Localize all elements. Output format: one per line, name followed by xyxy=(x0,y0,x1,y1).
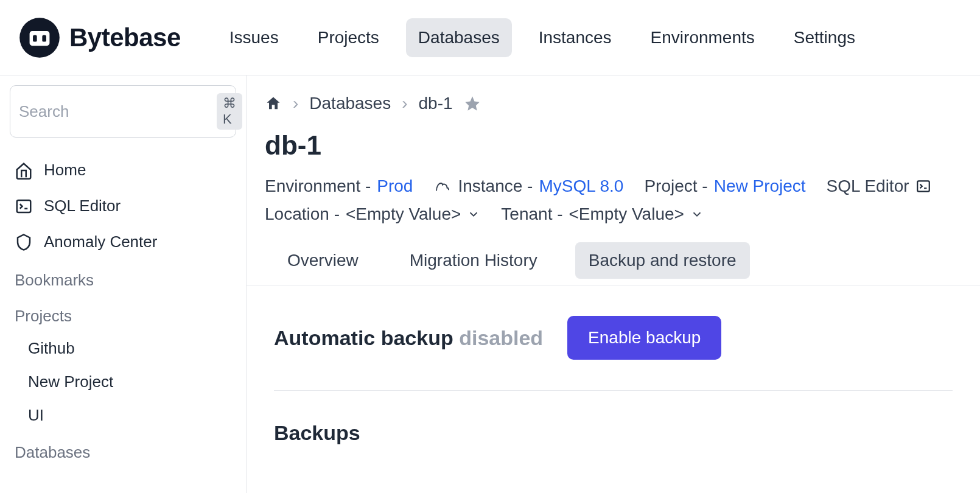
top-navigation: Issues Projects Databases Instances Envi… xyxy=(217,18,867,57)
backups-section-title: Backups xyxy=(274,421,953,445)
chevron-down-icon xyxy=(690,208,704,221)
star-icon[interactable] xyxy=(464,95,481,112)
meta-location[interactable]: Location - <Empty Value> xyxy=(265,205,480,224)
instance-link[interactable]: MySQL 8.0 xyxy=(539,177,623,196)
tab-backup-restore[interactable]: Backup and restore xyxy=(575,242,750,279)
auto-backup-heading: Automatic backup disabled xyxy=(274,326,543,350)
shield-icon xyxy=(15,233,33,251)
mysql-icon xyxy=(433,177,452,195)
tab-overview[interactable]: Overview xyxy=(274,242,372,279)
nav-projects[interactable]: Projects xyxy=(306,18,391,57)
nav-databases[interactable]: Databases xyxy=(406,18,512,57)
tabs: Overview Migration History Backup and re… xyxy=(247,242,980,285)
meta-environment: Environment - Prod xyxy=(265,177,413,196)
search-input[interactable] xyxy=(19,102,217,121)
nav-settings[interactable]: Settings xyxy=(782,18,867,57)
breadcrumb-home-icon[interactable] xyxy=(265,95,282,112)
chevron-right-icon: › xyxy=(402,94,407,113)
auto-backup-row: Automatic backup disabled Enable backup xyxy=(274,316,953,391)
nav-instances[interactable]: Instances xyxy=(527,18,624,57)
sidebar-item-label: Home xyxy=(44,161,86,180)
enable-backup-button[interactable]: Enable backup xyxy=(567,316,721,360)
svg-rect-2 xyxy=(33,35,37,41)
terminal-icon xyxy=(15,197,33,215)
home-icon xyxy=(15,161,33,180)
search-kbd: ⌘ K xyxy=(217,93,242,130)
sidebar-item-sql-editor[interactable]: SQL Editor xyxy=(10,188,236,224)
svg-rect-1 xyxy=(30,31,50,46)
nav-issues[interactable]: Issues xyxy=(217,18,291,57)
sidebar-item-label: Anomaly Center xyxy=(44,233,157,251)
sidebar-item-anomaly-center[interactable]: Anomaly Center xyxy=(10,224,236,260)
chevron-right-icon: › xyxy=(293,94,298,113)
meta-project: Project - New Project xyxy=(644,177,805,196)
meta-tenant[interactable]: Tenant - <Empty Value> xyxy=(501,205,704,224)
search-box[interactable]: ⌘ K xyxy=(10,85,236,138)
nav-environments[interactable]: Environments xyxy=(639,18,767,57)
svg-rect-4 xyxy=(17,200,31,212)
sidebar-section-bookmarks: Bookmarks xyxy=(10,260,236,296)
logo[interactable]: Bytebase xyxy=(18,16,181,59)
sidebar-item-label: SQL Editor xyxy=(44,197,121,215)
tab-content: Automatic backup disabled Enable backup … xyxy=(265,285,962,445)
terminal-icon xyxy=(915,178,931,194)
sidebar-project-ui[interactable]: UI xyxy=(10,399,236,432)
svg-rect-3 xyxy=(42,35,46,41)
breadcrumb: › Databases › db-1 xyxy=(265,94,962,113)
environment-link[interactable]: Prod xyxy=(377,177,413,196)
logo-text: Bytebase xyxy=(69,23,181,52)
breadcrumb-current: db-1 xyxy=(419,94,453,113)
meta-row-2: Location - <Empty Value> Tenant - <Empty… xyxy=(265,205,962,224)
topbar: Bytebase Issues Projects Databases Insta… xyxy=(0,0,980,75)
svg-rect-5 xyxy=(917,181,929,191)
sidebar-project-github[interactable]: Github xyxy=(10,332,236,365)
backup-status: disabled xyxy=(459,326,543,349)
main-content: › Databases › db-1 db-1 Environment - Pr… xyxy=(247,75,980,493)
sidebar-section-databases: Databases xyxy=(10,432,236,468)
breadcrumb-databases[interactable]: Databases xyxy=(309,94,391,113)
sidebar-item-home[interactable]: Home xyxy=(10,152,236,188)
sidebar-section-projects: Projects xyxy=(10,296,236,332)
project-link[interactable]: New Project xyxy=(714,177,806,196)
tab-migration-history[interactable]: Migration History xyxy=(396,242,551,279)
page-title: db-1 xyxy=(265,130,962,161)
chevron-down-icon xyxy=(467,208,480,221)
sidebar-project-new-project[interactable]: New Project xyxy=(10,365,236,399)
logo-icon xyxy=(18,16,61,59)
meta-row: Environment - Prod Instance - MySQL 8.0 … xyxy=(265,177,962,196)
meta-sql-editor[interactable]: SQL Editor xyxy=(827,177,931,196)
meta-instance: Instance - MySQL 8.0 xyxy=(433,177,623,196)
sidebar: ⌘ K Home SQL Editor Anomaly Center Bookm… xyxy=(0,75,247,493)
